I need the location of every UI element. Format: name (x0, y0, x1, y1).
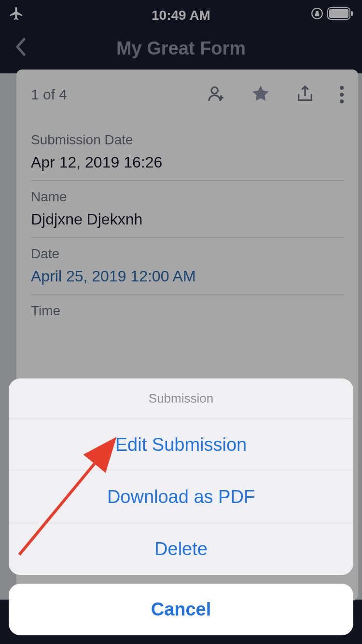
sheet-title: Submission (9, 378, 353, 419)
sheet-delete[interactable]: Delete (9, 523, 353, 575)
action-sheet: Submission Edit Submission Download as P… (9, 378, 353, 635)
sheet-edit-submission[interactable]: Edit Submission (9, 419, 353, 471)
sheet-cancel-button[interactable]: Cancel (9, 584, 353, 635)
sheet-download-pdf[interactable]: Download as PDF (9, 471, 353, 523)
